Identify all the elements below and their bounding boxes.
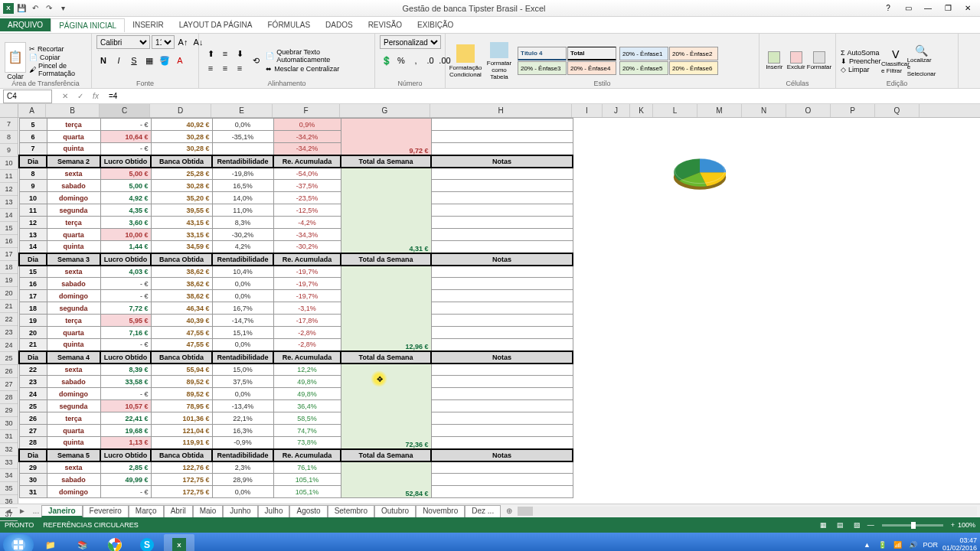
delete-cells-button[interactable]: Excluir bbox=[786, 51, 807, 70]
cell[interactable]: 1,44 € bbox=[100, 241, 151, 253]
cell[interactable]: 172,75 € bbox=[151, 474, 212, 486]
percent-button[interactable]: % bbox=[394, 54, 408, 67]
cell[interactable]: 19 bbox=[19, 315, 47, 327]
style-enfase2[interactable]: 20% - Ênfase2 bbox=[669, 47, 718, 60]
row-header-16[interactable]: 16 bbox=[0, 235, 18, 248]
col-header-o[interactable]: O bbox=[786, 104, 831, 117]
cell[interactable]: quinta bbox=[47, 437, 100, 449]
cancel-formula-button[interactable]: ✕ bbox=[58, 90, 72, 103]
cell[interactable]: -0,9% bbox=[212, 437, 273, 449]
increase-font-button[interactable]: A↑ bbox=[176, 35, 190, 49]
cell[interactable]: -19,8% bbox=[212, 168, 273, 180]
copy-button[interactable]: 📄 Copiar bbox=[29, 54, 87, 61]
cell[interactable]: - € bbox=[100, 290, 151, 302]
cell[interactable]: 2,3% bbox=[212, 461, 273, 474]
cell[interactable] bbox=[431, 388, 573, 400]
chrome-button[interactable] bbox=[100, 534, 130, 551]
cell[interactable]: 12 bbox=[19, 217, 47, 229]
cell[interactable]: 31 bbox=[19, 486, 47, 498]
cell[interactable] bbox=[431, 119, 573, 131]
fill-button[interactable]: ⬇ Preencher bbox=[841, 57, 881, 65]
redo-button[interactable]: ↷ bbox=[43, 2, 55, 15]
cell[interactable] bbox=[431, 339, 573, 351]
cell[interactable]: 5 bbox=[19, 119, 47, 131]
ribbon-options-button[interactable]: ▭ bbox=[899, 2, 917, 15]
cell[interactable]: 17 bbox=[19, 290, 47, 302]
formula-input[interactable] bbox=[106, 92, 980, 100]
cell[interactable]: sabado bbox=[47, 278, 100, 290]
language-indicator[interactable]: POR bbox=[923, 541, 938, 549]
cell[interactable]: terça bbox=[47, 315, 100, 327]
cell[interactable]: 25,28 € bbox=[151, 168, 212, 180]
row-header-23[interactable]: 23 bbox=[0, 326, 18, 339]
cell[interactable]: Lucro Obtido bbox=[100, 155, 151, 168]
cell[interactable]: sexta bbox=[47, 461, 100, 474]
cell[interactable]: 55,94 € bbox=[151, 364, 212, 376]
row-header-34[interactable]: 34 bbox=[0, 469, 18, 482]
cell[interactable]: 121,04 € bbox=[151, 425, 212, 437]
row-header-37[interactable]: 37 bbox=[0, 508, 18, 521]
cell[interactable]: Re. Acumulada bbox=[273, 155, 341, 168]
cell[interactable] bbox=[431, 180, 573, 192]
cell[interactable]: terça bbox=[47, 217, 100, 229]
sheet-tab-outubro[interactable]: Outubro bbox=[374, 505, 416, 517]
paste-button[interactable]: 📋 bbox=[5, 42, 26, 73]
menu-review[interactable]: REVISÃO bbox=[361, 18, 410, 31]
cell[interactable]: domingo bbox=[47, 290, 100, 302]
cell[interactable]: -54,0% bbox=[273, 168, 341, 180]
col-header-m[interactable]: M bbox=[697, 104, 742, 117]
find-select-button[interactable]: 🔍Localizar e Selecionar bbox=[910, 44, 933, 77]
style-enfase6[interactable]: 20% - Ênfase6 bbox=[669, 61, 718, 75]
cell[interactable] bbox=[431, 400, 573, 412]
underline-button[interactable]: S bbox=[127, 54, 141, 67]
bold-button[interactable]: N bbox=[96, 54, 110, 67]
cell[interactable]: Total da Semana bbox=[341, 351, 431, 364]
cell[interactable]: quinta bbox=[47, 143, 100, 155]
cell[interactable]: -17,8% bbox=[273, 315, 341, 327]
row-header-20[interactable]: 20 bbox=[0, 287, 18, 300]
cell[interactable]: 3,60 € bbox=[100, 217, 151, 229]
cell[interactable]: 5,00 € bbox=[100, 168, 151, 180]
font-size-select[interactable]: 11 bbox=[152, 35, 175, 49]
style-enfase4[interactable]: 20% - Ênfase4 bbox=[567, 61, 616, 75]
style-enfase3[interactable]: 20% - Ênfase3 bbox=[518, 61, 567, 75]
cell[interactable]: 0,0% bbox=[212, 388, 273, 400]
cell[interactable]: quinta bbox=[47, 241, 100, 253]
cell[interactable]: 39,55 € bbox=[151, 204, 212, 217]
insert-cells-button[interactable]: Inserir bbox=[764, 51, 785, 70]
row-header-36[interactable]: 36 bbox=[0, 495, 18, 508]
cell[interactable]: 30,28 € bbox=[151, 143, 212, 155]
row-header-8[interactable]: 8 bbox=[0, 131, 18, 144]
cell[interactable]: 74,7% bbox=[273, 425, 341, 437]
cell[interactable]: 19,68 € bbox=[100, 425, 151, 437]
cell[interactable]: Lucro Obtido bbox=[100, 351, 151, 364]
cell[interactable]: Dia bbox=[19, 155, 47, 168]
cell[interactable]: 119,91 € bbox=[151, 437, 212, 449]
cell[interactable] bbox=[431, 327, 573, 339]
row-header-18[interactable]: 18 bbox=[0, 261, 18, 274]
cell[interactable] bbox=[431, 241, 573, 253]
new-sheet-button[interactable]: ⊕ bbox=[504, 506, 514, 517]
cell[interactable]: 78,95 € bbox=[151, 400, 212, 412]
cell[interactable]: - € bbox=[100, 486, 151, 498]
cell[interactable]: terça bbox=[47, 119, 100, 131]
cell[interactable]: Re. Acumulada bbox=[273, 351, 341, 364]
row-header-31[interactable]: 31 bbox=[0, 430, 18, 443]
row-header-11[interactable]: 11 bbox=[0, 170, 18, 183]
cell[interactable]: 4,92 € bbox=[100, 192, 151, 204]
cell[interactable]: -19,7% bbox=[273, 290, 341, 302]
row-header-30[interactable]: 30 bbox=[0, 417, 18, 430]
col-header-n[interactable]: N bbox=[742, 104, 786, 117]
cell[interactable]: 13 bbox=[19, 229, 47, 241]
cell[interactable]: quarta bbox=[47, 327, 100, 339]
cell[interactable]: Semana 4 bbox=[47, 351, 100, 364]
cell[interactable]: 49,99 € bbox=[100, 474, 151, 486]
cell[interactable]: 0,0% bbox=[212, 290, 273, 302]
cell[interactable]: -34,2% bbox=[273, 143, 341, 155]
cell[interactable]: 29 bbox=[19, 461, 47, 474]
row-header-29[interactable]: 29 bbox=[0, 404, 18, 417]
cell[interactable]: segunda bbox=[47, 400, 100, 412]
cell[interactable]: 52,84 € bbox=[341, 461, 431, 498]
cell[interactable]: Dia bbox=[19, 351, 47, 364]
libraries-button[interactable]: 📚 bbox=[67, 534, 98, 551]
